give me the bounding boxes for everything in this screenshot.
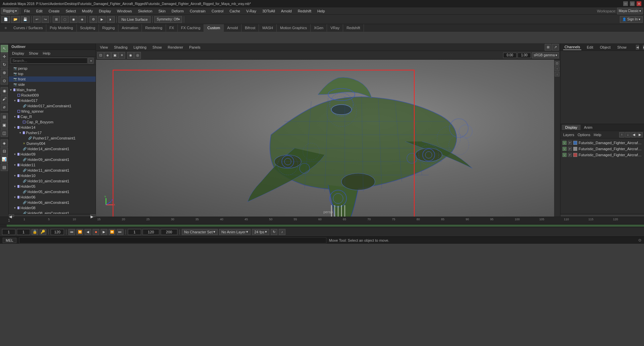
tree-item-cap-r-boyyom[interactable]: Cap_R_Boyyom xyxy=(9,119,96,125)
symmetry-dropdown[interactable]: Symmetry: Off▾ xyxy=(154,16,182,23)
sign-in-btn[interactable]: 👤 Sign In ▾ xyxy=(620,16,643,23)
tree-item-persp[interactable]: 📷 persp xyxy=(9,66,96,71)
workspace-dropdown[interactable]: Maya Classic ▾ xyxy=(617,8,643,14)
render-start-input[interactable] xyxy=(128,229,141,235)
tab-animation[interactable]: Animation xyxy=(118,24,142,32)
tree-item-holder10-aimconstraint[interactable]: 🔗 Holder10_aimConstraint1 xyxy=(9,178,96,184)
stop-btn[interactable]: ■ xyxy=(93,229,99,235)
tree-item-holder14[interactable]: ▾ Holder14 xyxy=(9,125,96,130)
tree-item-holder09-aimconstraint[interactable]: 🔗 Holder09_aimConstraint1 xyxy=(9,157,96,162)
tab-rendering[interactable]: Rendering xyxy=(142,24,166,32)
tab-custom[interactable]: Custom xyxy=(204,24,224,32)
lc-tab-layers[interactable]: Layers xyxy=(562,132,576,137)
tab-curves-surfaces[interactable]: Curves / Surfaces xyxy=(10,24,46,32)
vp-menu-shading[interactable]: Shading xyxy=(111,45,130,50)
search-input[interactable] xyxy=(11,58,88,64)
ch-tab-edit[interactable]: Edit xyxy=(585,45,594,50)
menu-constrain[interactable]: Constrain xyxy=(187,8,208,14)
lc-scroll-down[interactable]: ↓ xyxy=(625,132,631,137)
outliner-menu-help[interactable]: Help xyxy=(41,51,53,56)
menu-control[interactable]: Control xyxy=(209,8,226,14)
max-frame-input[interactable] xyxy=(161,229,177,235)
menu-skin[interactable]: Skin xyxy=(156,8,168,14)
viewport-canvas[interactable]: persp X Y Z ⊡ ↑ ↓ xyxy=(96,60,560,217)
frame-key-btn[interactable]: 🔑 xyxy=(40,229,46,235)
vp-expand-btn[interactable]: ↗ xyxy=(552,44,559,51)
tab-xgen[interactable]: XGen xyxy=(311,24,327,32)
tab-sculpting[interactable]: Sculpting xyxy=(77,24,99,32)
tree-item-front[interactable]: 📷 front xyxy=(9,76,96,82)
render-btn[interactable]: ▶ xyxy=(98,16,106,23)
no-character-dropdown[interactable]: No Character Set▾ xyxy=(182,229,218,235)
vpr-btn-2[interactable]: ↑ xyxy=(555,66,559,71)
tab-fx[interactable]: FX xyxy=(166,24,178,32)
tree-item-holder08[interactable]: ▾ Holder08 xyxy=(9,205,96,211)
vp-smooth-btn[interactable]: ◈ xyxy=(104,52,111,59)
outliner-scroll-left[interactable]: ◀ xyxy=(9,214,14,217)
outliner-scroll-right[interactable]: ▶ xyxy=(90,214,96,217)
tab-motion-graphics[interactable]: Motion Graphics xyxy=(277,24,311,32)
play-back-btn[interactable]: ◀ xyxy=(85,229,91,235)
vpr-btn-1[interactable]: ⊡ xyxy=(555,61,559,66)
scale-tool-btn[interactable]: ⊕ xyxy=(1,69,8,76)
tree-item-holder06[interactable]: ▾ Holder06 xyxy=(9,194,96,200)
move-tool-btn[interactable]: ✛ xyxy=(1,53,8,60)
graph-editor-btn[interactable]: 📊 xyxy=(1,156,8,163)
menu-arnold[interactable]: Arnold xyxy=(278,8,294,14)
tree-item-holder05[interactable]: ▾ Holder05 xyxy=(9,184,96,189)
vp-menu-view[interactable]: View xyxy=(97,45,111,50)
vp-menu-renderer[interactable]: Renderer xyxy=(165,45,186,50)
no-live-surface[interactable]: No Live Surface xyxy=(118,16,151,23)
ch-tab-show[interactable]: Show xyxy=(616,45,628,50)
save-scene-btn[interactable]: 💾 xyxy=(21,16,30,23)
vp-ao-btn[interactable]: ◎ xyxy=(134,52,141,59)
menu-redshift[interactable]: Redshift xyxy=(295,8,314,14)
snap-to-grid-btn[interactable]: ⊞ xyxy=(1,113,8,121)
tab-fx-caching[interactable]: FX Caching xyxy=(178,24,204,32)
layer-item-2[interactable]: V P Futuristic_Damaged_Fighter_Aircraft_… xyxy=(560,146,644,152)
play-fwd-btn[interactable]: ▶ xyxy=(101,229,107,235)
tree-item-holder09[interactable]: ▾ Holder09 xyxy=(9,152,96,157)
hypershade-btn[interactable]: ◈ xyxy=(1,139,8,147)
vp-gamma-input[interactable] xyxy=(518,53,531,58)
tree-item-top[interactable]: 📷 top xyxy=(9,71,96,76)
node-editor-btn[interactable]: ⊟ xyxy=(1,148,8,155)
vp-wireframe-btn[interactable]: ⊡ xyxy=(97,52,104,59)
vp-menu-lighting[interactable]: Lighting xyxy=(131,45,149,50)
maximize-button[interactable]: □ xyxy=(630,1,635,6)
paint-select-btn[interactable]: 🖌 xyxy=(1,95,8,103)
rotate-tool-btn[interactable]: ↻ xyxy=(1,61,8,68)
tree-item-pusher17[interactable]: ▾ Pusher17 xyxy=(9,130,96,135)
snap-grid-btn[interactable]: ⊞ xyxy=(53,16,60,23)
frame-lock-btn[interactable]: 🔒 xyxy=(32,229,38,235)
last-tool-btn[interactable]: ⊙ xyxy=(1,77,8,84)
tab-arnold[interactable]: Arnold xyxy=(224,24,241,32)
tree-item-holder05-aimconstraint[interactable]: 🔗 Holder05_aimConstraint1 xyxy=(9,189,96,194)
search-options-btn[interactable]: ▾ xyxy=(88,58,94,64)
undo-btn[interactable]: ↩ xyxy=(33,16,41,23)
go-start-btn[interactable]: ⏮ xyxy=(68,229,75,235)
tab-mash[interactable]: MASH xyxy=(259,24,277,32)
render-settings-btn[interactable]: ⚙ xyxy=(90,16,97,23)
tree-item-holder08-aimconstraint[interactable]: 🔗 Holder08_aimConstraint1 xyxy=(9,211,96,214)
dope-sheet-btn[interactable]: ▤ xyxy=(1,164,8,171)
tree-item-pusher17-aimconstraint[interactable]: 🔗 Pusher17_aimConstraint1 xyxy=(9,135,96,141)
current-frame-input[interactable] xyxy=(2,229,15,235)
lc-tab-help[interactable]: Help xyxy=(592,132,603,137)
end-frame-input[interactable] xyxy=(51,229,64,235)
no-anim-layer-dropdown[interactable]: No Anim Layer▾ xyxy=(219,229,251,235)
menu-display[interactable]: Display xyxy=(96,8,114,14)
ch-collapse-btn[interactable]: ◀ xyxy=(636,45,639,50)
new-scene-btn[interactable]: 📄 xyxy=(1,16,10,23)
menu-file[interactable]: File xyxy=(21,8,33,14)
render-end-input[interactable] xyxy=(143,229,159,235)
layer-item-1[interactable]: V P Futuristic_Damaged_Fighter_Aircraft_… xyxy=(560,140,644,146)
snap-point-btn[interactable]: ◉ xyxy=(70,16,77,23)
go-end-btn[interactable]: ⏭ xyxy=(117,229,123,235)
menu-skeleton[interactable]: Skeleton xyxy=(135,8,155,14)
vp-menu-panels[interactable]: Panels xyxy=(186,45,203,50)
rigging-dropdown[interactable]: Rigging ▾ xyxy=(1,8,18,14)
mel-input[interactable] xyxy=(19,237,326,243)
tab-rigging[interactable]: Rigging xyxy=(99,24,118,32)
vp-maximize-btn[interactable]: ⊞ xyxy=(545,44,551,51)
